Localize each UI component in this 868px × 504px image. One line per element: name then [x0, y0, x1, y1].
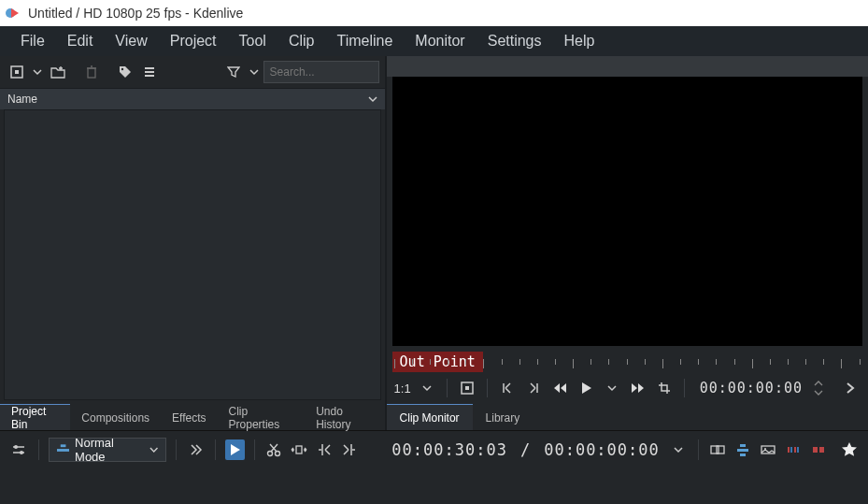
tab-project-bin[interactable]: Project Bin — [0, 404, 70, 430]
zone-in-icon[interactable] — [315, 439, 334, 460]
tab-compositions[interactable]: Compositions — [70, 404, 161, 430]
menu-file[interactable]: File — [11, 29, 54, 53]
normal-mode-icon — [57, 444, 69, 455]
svg-point-8 — [14, 445, 18, 449]
search-input[interactable] — [263, 61, 379, 83]
play-icon[interactable] — [576, 378, 596, 398]
add-folder-icon[interactable] — [47, 61, 69, 83]
svg-rect-22 — [788, 447, 790, 453]
svg-rect-27 — [819, 447, 824, 453]
add-clip-icon[interactable] — [6, 61, 28, 83]
menu-edit[interactable]: Edit — [58, 29, 103, 53]
left-tabs: Project Bin Compositions Effects Clip Pr… — [0, 404, 385, 430]
show-markers-icon[interactable] — [808, 439, 828, 460]
svg-rect-14 — [296, 446, 302, 454]
chevron-down-icon[interactable] — [417, 378, 437, 398]
set-in-point-icon[interactable] — [457, 378, 477, 398]
monitor-ruler[interactable] — [392, 346, 862, 372]
filter-icon[interactable] — [222, 61, 245, 83]
svg-rect-17 — [737, 449, 748, 452]
svg-rect-10 — [57, 449, 69, 452]
right-tabs: Clip Monitor Library — [387, 404, 868, 430]
svg-rect-11 — [61, 444, 66, 447]
svg-rect-23 — [790, 447, 792, 453]
menu-help[interactable]: Help — [555, 29, 605, 53]
track-compositing-icon[interactable] — [186, 439, 206, 460]
clip-monitor-view[interactable]: Out Point — [392, 77, 862, 346]
project-bin-panel: Name Project Bin Compositions Effects Cl… — [0, 56, 385, 430]
svg-rect-19 — [740, 454, 746, 456]
svg-rect-18 — [740, 444, 746, 447]
hamburger-icon[interactable] — [138, 61, 161, 83]
spacer-tool-icon[interactable] — [290, 439, 309, 460]
svg-rect-7 — [465, 386, 469, 390]
monitor-panel: Out Point 1:1 00 — [385, 56, 868, 430]
tab-effects[interactable]: Effects — [161, 404, 217, 430]
settings-sliders-icon[interactable] — [9, 439, 29, 460]
bin-toolbar — [0, 56, 385, 89]
edit-mode-selector[interactable]: Normal Mode — [49, 438, 166, 462]
svg-rect-4 — [88, 68, 95, 78]
tab-undo-history[interactable]: Undo History — [305, 404, 384, 430]
svg-rect-3 — [15, 70, 19, 74]
zone-end-icon[interactable] — [523, 378, 544, 398]
chevron-down-icon[interactable] — [247, 61, 262, 83]
tag-icon[interactable] — [114, 61, 136, 83]
tab-clip-properties[interactable]: Clip Properties — [218, 404, 306, 430]
rewind-icon[interactable] — [549, 378, 570, 398]
mix-clips-icon[interactable] — [708, 439, 728, 460]
window-titlebar: Untitled / HD 1080p 25 fps - Kdenlive — [0, 0, 868, 26]
timeline-duration-tc[interactable]: 00:00:00:00 — [544, 440, 660, 459]
favorite-effects-icon[interactable] — [733, 439, 753, 460]
menu-bar: File Edit View Project Tool Clip Timelin… — [0, 26, 868, 56]
bin-empty-area[interactable] — [4, 109, 381, 400]
chevron-down-icon — [149, 445, 158, 454]
menu-settings[interactable]: Settings — [478, 29, 551, 53]
menu-project[interactable]: Project — [161, 29, 226, 53]
bin-name-header-label: Name — [7, 93, 37, 106]
monitor-timecode[interactable]: 00:00:00:00 — [700, 380, 803, 396]
tab-library[interactable]: Library — [473, 404, 534, 430]
svg-rect-15 — [711, 446, 719, 454]
svg-point-13 — [276, 452, 280, 456]
select-tool-icon[interactable] — [225, 439, 245, 460]
svg-rect-25 — [797, 447, 799, 453]
window-title: Untitled / HD 1080p 25 fps - Kdenlive — [28, 6, 243, 21]
svg-rect-16 — [717, 446, 724, 454]
zone-out-icon[interactable] — [339, 439, 359, 460]
svg-point-5 — [121, 68, 123, 70]
monitor-header — [387, 56, 868, 77]
chevron-down-icon — [368, 94, 377, 104]
timeline-position-tc[interactable]: 00:00:30:03 — [391, 440, 507, 459]
menu-clip[interactable]: Clip — [279, 29, 324, 53]
timeline-toolbar: Normal Mode 00:00:30:03 / 00:00:00:00 — [0, 430, 868, 468]
favorite-star-icon[interactable] — [839, 439, 859, 460]
timecode-stepper-icon[interactable] — [808, 378, 829, 398]
chevron-down-icon[interactable] — [602, 378, 622, 398]
bin-name-header[interactable]: Name — [0, 89, 385, 109]
svg-point-9 — [20, 451, 23, 454]
forward-icon[interactable] — [628, 378, 648, 398]
show-video-thumbnails-icon[interactable] — [758, 439, 777, 460]
svg-point-12 — [268, 452, 273, 456]
monitor-controls: 1:1 00:00:00:00 — [387, 372, 868, 404]
menu-tool[interactable]: Tool — [230, 29, 276, 53]
app-logo-icon — [6, 6, 21, 21]
show-audio-thumbnails-icon[interactable] — [783, 439, 803, 460]
tab-clip-monitor[interactable]: Clip Monitor — [387, 404, 473, 430]
delete-clip-icon[interactable] — [80, 61, 103, 83]
razor-tool-icon[interactable] — [264, 439, 284, 460]
chevron-down-icon[interactable] — [30, 61, 45, 83]
chevron-right-icon[interactable] — [840, 378, 861, 398]
zoom-label[interactable]: 1:1 — [394, 382, 411, 396]
edit-mode-label: Normal Mode — [75, 436, 144, 464]
zone-start-icon[interactable] — [497, 378, 518, 398]
menu-monitor[interactable]: Monitor — [406, 29, 474, 53]
timecode-separator: / — [520, 440, 531, 459]
menu-timeline[interactable]: Timeline — [327, 29, 402, 53]
menu-view[interactable]: View — [106, 29, 156, 53]
svg-rect-26 — [813, 447, 818, 453]
crop-icon[interactable] — [654, 378, 675, 398]
chevron-down-icon[interactable] — [669, 439, 689, 460]
main-area: Name Project Bin Compositions Effects Cl… — [0, 56, 868, 430]
